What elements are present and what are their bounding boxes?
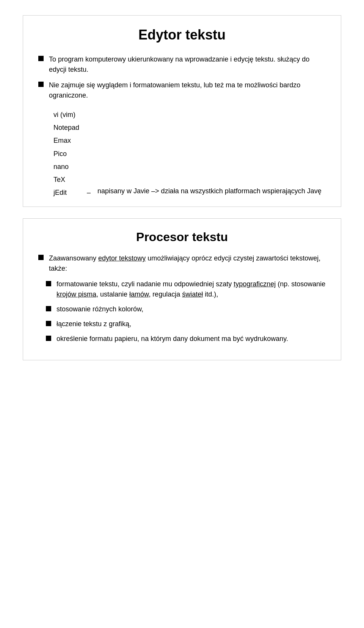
sub-bullet-3: łączenie tekstu z grafiką,: [46, 319, 326, 329]
sub-bullet-text-2: stosowanie różnych kolorów,: [56, 304, 326, 314]
sub-bullet-text-1: formatowanie tekstu, czyli nadanie mu od…: [56, 279, 326, 300]
jedit-desc: napisany w Javie –> działa na wszystkich…: [94, 186, 322, 196]
sub-bullet-icon-1: [46, 281, 51, 286]
page: Edytor tekstu To program komputerowy uki…: [0, 0, 364, 628]
bullet-text-2: Nie zajmuje się wyglądem i formatowaniem…: [49, 80, 326, 101]
list-item: nano: [53, 160, 326, 173]
bullet-icon-1: [38, 56, 44, 61]
editor-vi: vi (vim): [53, 108, 99, 121]
sub-bullet-icon-2: [46, 306, 51, 311]
link-krojow-pisma: krojów pisma: [56, 290, 96, 298]
bullet-text-1: To program komputerowy ukierunkowany na …: [49, 54, 326, 75]
sub-bullet-text-3: łączenie tekstu z grafiką,: [56, 319, 326, 329]
list-item: vi (vim): [53, 108, 326, 121]
list-item: Emax: [53, 134, 326, 147]
main-bullet-procesor: Zaawansowany edytor tekstowy umożliwiają…: [38, 253, 326, 274]
list-item: Notepad: [53, 121, 326, 134]
sub-bullet-icon-4: [46, 336, 51, 341]
link-swiatel: świateł: [182, 290, 203, 298]
sub-bullet-4: określenie formatu papieru, na którym da…: [46, 334, 326, 344]
bullet-item-2: Nie zajmuje się wyglądem i formatowaniem…: [38, 80, 326, 101]
editors-list: vi (vim) Notepad Emax Pico nano TeX jEdi…: [53, 108, 326, 199]
link-lamow: łamów: [129, 290, 149, 298]
sub-bullet-text-4: określenie formatu papieru, na którym da…: [56, 334, 326, 344]
top-section: Edytor tekstu To program komputerowy uki…: [23, 15, 341, 207]
list-item-jedit: jEdit – napisany w Javie –> działa na ws…: [53, 186, 326, 199]
page-title: Edytor tekstu: [38, 27, 326, 43]
bullet-item-1: To program komputerowy ukierunkowany na …: [38, 54, 326, 75]
sub-bullet-1: formatowanie tekstu, czyli nadanie mu od…: [46, 279, 326, 300]
editor-jedit-name: jEdit: [53, 186, 84, 199]
main-bullet-text: Zaawansowany edytor tekstowy umożliwiają…: [49, 253, 326, 274]
link-edytor-tekstowy: edytor tekstowy: [98, 254, 146, 262]
list-item: Pico: [53, 147, 326, 160]
editor-nano: nano: [53, 160, 99, 173]
sub-bullet-icon-3: [46, 321, 51, 326]
jedit-dash: –: [87, 186, 91, 199]
editor-tex: TeX: [53, 173, 99, 186]
editor-notepad: Notepad: [53, 121, 99, 134]
section-title: Procesor tekstu: [38, 230, 326, 244]
editor-pico: Pico: [53, 147, 99, 160]
bottom-section: Procesor tekstu Zaawansowany edytor teks…: [23, 218, 341, 360]
link-typograficznej: typograficznej: [234, 280, 276, 288]
list-item: TeX: [53, 173, 326, 186]
bullet-icon-2: [38, 82, 44, 87]
editor-emax: Emax: [53, 134, 99, 147]
bullet-icon-procesor: [38, 255, 44, 260]
sub-bullet-2: stosowanie różnych kolorów,: [46, 304, 326, 314]
